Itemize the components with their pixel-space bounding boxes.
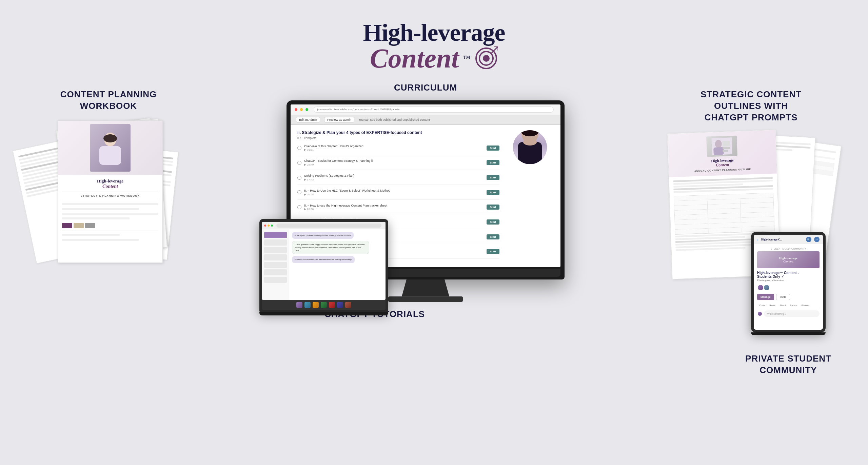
dock-icon-5 — [329, 302, 335, 308]
lesson-meta-5: ▶ 20:36 — [304, 208, 484, 211]
lesson-info-5: 5. – How to use the High-leverage Conten… — [304, 204, 484, 211]
fb-avatar-1 — [757, 284, 764, 291]
workbook-divider — [62, 192, 158, 192]
logo-script-text: Content — [370, 45, 459, 72]
strategic-label-line1: STRATEGIC CONTENT — [701, 89, 802, 100]
tablet-top-bar: ‹ High-leverage C... 🔍 ⋯ — [754, 235, 823, 244]
lesson-start-btn-4[interactable]: Start — [487, 190, 499, 195]
workbook-cover-image — [58, 121, 162, 175]
outlines-stack: High-leverageContent ANNUAL CONTENT PLAN… — [670, 132, 832, 301]
admin-info-text: You can see both published and unpublish… — [358, 118, 430, 121]
fb-user-avatar-row: Write something... — [757, 310, 820, 317]
svg-point-2 — [483, 55, 490, 62]
browser-dot-red — [295, 108, 297, 111]
logo-title-line1: High-leverage — [363, 20, 505, 45]
lesson-title-4: 5. – How to Use the HLC "Score & Select"… — [304, 189, 484, 193]
outline-subtitle: ANNUAL CONTENT PLANNING OUTLINE — [694, 168, 751, 173]
tablet-search-icon[interactable]: 🔍 — [806, 237, 811, 242]
lesson-meta-4: ▶ 20:58 — [304, 193, 484, 196]
outline-table — [674, 193, 775, 235]
laptop-sidebar-item-2[interactable] — [264, 239, 287, 246]
laptop-url-bar — [276, 224, 381, 228]
lesson-item-4: 5. – How to Use the HLC "Score & Select"… — [297, 189, 499, 200]
workbook-label-line1: CONTENT PLANNING — [60, 89, 157, 100]
laptop-sidebar-item-5[interactable] — [264, 262, 287, 268]
strategic-label-line2: OUTLINES WITH — [701, 100, 802, 112]
left-section: CONTENT PLANNING WORKBOOK — [27, 82, 190, 290]
outline-logo: High-leverageContent — [711, 158, 734, 168]
fb-tab-about[interactable]: About — [777, 303, 788, 308]
fb-btn-row: Manage Invite — [757, 294, 820, 300]
lesson-info-3: Solving Problems (Strategies & Plan) ▶ 1… — [304, 174, 484, 181]
browser-bar: janaareedia.teachable.com/courses/enroll… — [291, 104, 560, 115]
lesson-start-btn-8[interactable]: Start — [487, 249, 499, 254]
laptop-chat-ai-1: Great question! I'd be happy to share mo… — [292, 241, 369, 254]
progress-text: 0 / 8 complete — [297, 136, 499, 140]
laptop-sidebar-item-4[interactable] — [264, 254, 287, 260]
svg-rect-14 — [722, 141, 730, 147]
tablet-back-icon[interactable]: ‹ — [757, 237, 758, 242]
community-label: PRIVATE STUDENT COMMUNITY — [745, 353, 831, 376]
lesson-item-3: Solving Problems (Strategies & Plan) ▶ 1… — [297, 174, 499, 185]
laptop-body: What's your "problem-solving content str… — [262, 229, 386, 300]
fb-invite-button[interactable]: Invite — [776, 294, 790, 300]
fb-tab-photos[interactable]: Photos — [800, 303, 811, 308]
fb-manage-button[interactable]: Manage — [757, 294, 774, 300]
fb-write-box[interactable]: Write something... — [764, 310, 820, 317]
svg-rect-5 — [99, 146, 121, 165]
browser-url-bar[interactable]: janaareedia.teachable.com/courses/enroll… — [314, 106, 554, 113]
community-label-line1: PRIVATE STUDENT — [745, 353, 831, 365]
workbook-stack: High-leverageContent STRATEGY & PLANNING… — [37, 120, 180, 290]
fb-tab-chats[interactable]: Chats — [757, 303, 767, 308]
preview-as-admin-button[interactable]: Preview as admin — [324, 117, 354, 122]
target-icon — [474, 46, 498, 70]
lesson-title-1: Overview of this chapter: How it's organ… — [304, 144, 484, 149]
dock-icon-4 — [321, 302, 327, 308]
strategic-label: STRATEGIC CONTENT OUTLINES WITH CHATGPT … — [701, 89, 802, 123]
outline-header: High-leverageContent ANNUAL CONTENT PLAN… — [668, 130, 777, 177]
laptop-sidebar-item-7[interactable] — [264, 277, 287, 283]
workbook-label-line2: WORKBOOK — [60, 100, 157, 112]
laptop-browser-bar — [262, 222, 386, 229]
tablet-base — [751, 332, 826, 335]
swatch-gray — [85, 223, 95, 228]
lesson-info-2: ChatGPT Basics for Content Strategy & Pl… — [304, 159, 484, 166]
laptop-sidebar-item-6[interactable] — [264, 269, 287, 275]
fb-tab-reels[interactable]: Reels — [767, 303, 777, 308]
dock-icon-7 — [345, 302, 351, 308]
right-section: STRATEGIC CONTENT OUTLINES WITH CHATGPT … — [661, 82, 841, 301]
workbook-logo: High-leverageContent — [62, 178, 158, 189]
fb-tab-rooms[interactable]: Rooms — [788, 303, 800, 308]
instructor-panel — [506, 130, 554, 263]
monitor-base — [388, 296, 463, 302]
fb-current-user-avatar — [757, 311, 763, 316]
fb-group-name: High-leverage™ Content -Students Only ✓ — [757, 271, 820, 278]
curriculum-label: CURRICULUM — [394, 82, 457, 94]
lesson-start-btn-5[interactable]: Start — [487, 205, 499, 210]
workbook-subtitle: STRATEGY & PLANNING WORKBOOK — [62, 194, 158, 197]
lesson-start-btn-1[interactable]: Start — [487, 146, 499, 151]
laptop-base — [259, 312, 388, 315]
community-label-area: PRIVATE STUDENT COMMUNITY — [745, 353, 831, 376]
strategic-label-line3: CHATGPT PROMPTS — [701, 112, 802, 123]
trademark-mark: ™ — [463, 55, 470, 62]
workbook-main-cover: High-leverageContent STRATEGY & PLANNING… — [58, 120, 163, 263]
svg-point-10 — [523, 139, 537, 146]
laptop-sidebar-item-1[interactable] — [264, 232, 287, 238]
main-content: CONTENT PLANNING WORKBOOK — [0, 82, 868, 465]
laptop-sidebar-item-3[interactable] — [264, 247, 287, 253]
tablet-more-icon[interactable]: ⋯ — [814, 237, 820, 242]
lesson-start-btn-3[interactable]: Start — [487, 175, 499, 180]
lesson-start-btn-7[interactable]: Start — [487, 234, 499, 239]
svg-rect-16 — [723, 150, 728, 152]
workbook-person-image — [90, 124, 131, 172]
chapter-title: ii. Strategize & Plan your 4 types of EX… — [297, 130, 499, 135]
edit-in-admin-button[interactable]: Edit In Admin — [296, 117, 320, 122]
dock-icon-2 — [304, 302, 311, 308]
lesson-start-btn-2[interactable]: Start — [487, 160, 499, 165]
laptop-main-content: What's your "problem-solving content str… — [289, 229, 386, 300]
community-label-line2: COMMUNITY — [745, 365, 831, 376]
instructor-photo — [513, 130, 547, 164]
lesson-start-btn-6[interactable]: Start — [487, 219, 499, 225]
lesson-radio-1 — [297, 146, 301, 150]
